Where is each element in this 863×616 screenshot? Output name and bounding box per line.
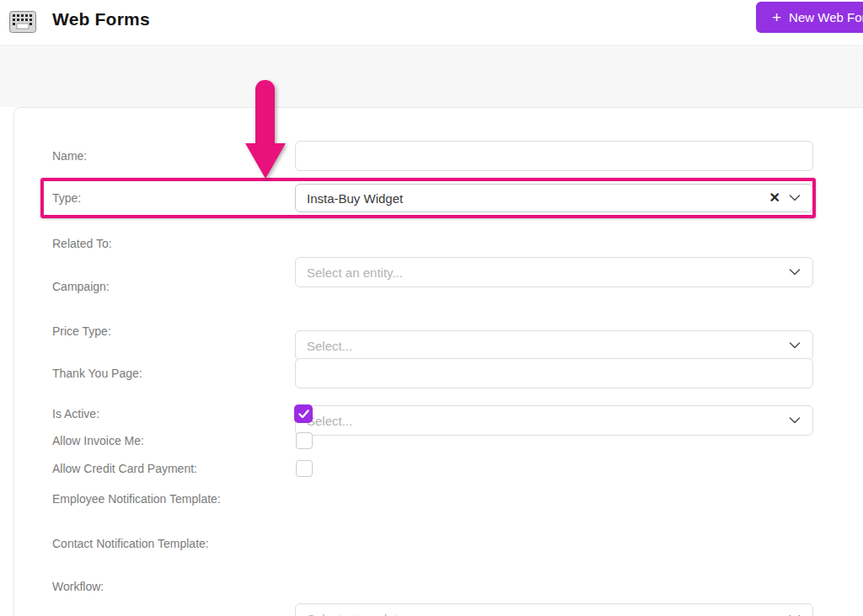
field-label-campaign: Campaign: [52, 271, 288, 302]
field-label-related-to: Related To: [52, 228, 288, 259]
field-label-thank-you-page: Thank You Page: [52, 358, 288, 388]
field-label-is-active: Is Active: [52, 404, 288, 423]
price-type-placeholder: Select... [307, 414, 352, 428]
field-label-type: Type: [52, 184, 288, 212]
action-toolbar: Back Save & Close [0, 47, 863, 107]
plus-icon: + [772, 9, 781, 25]
chevron-down-icon[interactable] [789, 195, 801, 201]
page-title: Web Forms [52, 9, 150, 29]
chevron-down-icon [789, 342, 801, 349]
related-to-placeholder: Select an entity... [307, 265, 403, 280]
keyboard-icon [9, 11, 36, 33]
campaign-select[interactable]: Select... [295, 330, 813, 361]
type-combobox[interactable]: Insta-Buy Widget ✕ [295, 184, 813, 212]
allow-invoice-me-checkbox[interactable] [296, 432, 313, 449]
name-input[interactable] [295, 141, 813, 171]
new-web-form-button[interactable]: + New Web Form [756, 2, 863, 33]
employee-template-placeholder: Select a template... [307, 612, 415, 616]
chevron-down-icon [789, 269, 801, 276]
related-to-select[interactable]: Select an entity... [295, 257, 813, 287]
web-forms-page: Web Forms + New Web Form Back Save & Clo… [0, 0, 863, 616]
new-web-form-label: New Web Form [789, 10, 863, 24]
is-active-checkbox[interactable] [294, 404, 313, 423]
clear-icon[interactable]: ✕ [769, 191, 780, 205]
field-label-price-type: Price Type: [52, 316, 288, 346]
field-label-contact-notification-template: Contact Notification Template: [52, 528, 288, 559]
type-value: Insta-Buy Widget [307, 191, 403, 206]
thank-you-page-input[interactable] [295, 358, 813, 388]
chevron-down-icon [789, 417, 801, 424]
employee-notification-template-select[interactable]: Select a template... [295, 603, 813, 616]
field-label-allow-invoice-me: Allow Invoice Me: [52, 432, 288, 449]
campaign-placeholder: Select... [307, 339, 352, 353]
app-header: Web Forms + New Web Form [0, 0, 863, 46]
price-type-select[interactable]: Select... [295, 405, 813, 436]
field-label-name: Name: [52, 141, 288, 171]
allow-credit-card-payment-checkbox[interactable] [296, 460, 313, 477]
field-label-workflow: Workflow: [52, 571, 288, 602]
field-label-allow-credit-card-payment: Allow Credit Card Payment: [52, 460, 288, 477]
checkmark-icon [298, 410, 309, 419]
field-label-employee-notification-template: Employee Notification Template: [52, 484, 288, 514]
